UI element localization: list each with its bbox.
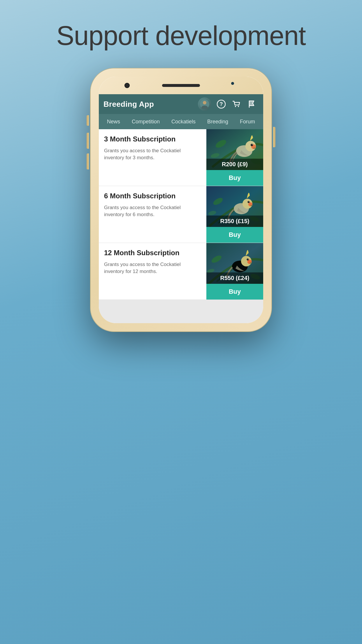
app-screen: Breeding App ? (99, 94, 263, 300)
header-icons: ? (198, 97, 259, 111)
nav-forum[interactable]: Forum (237, 116, 258, 127)
sub-image-block-2: R350 (£15) Buy (206, 186, 263, 243)
subscriptions-list: 3 Month Subscription Grants you access t… (99, 129, 263, 300)
svg-text:?: ? (220, 101, 223, 107)
price-3: R550 (£24) (206, 272, 263, 284)
flag-button[interactable] (245, 97, 259, 111)
page-title: Support development (56, 20, 306, 51)
nav-news[interactable]: News (104, 116, 123, 127)
nav-competition[interactable]: Competition (129, 116, 163, 127)
sub-desc-1: Grants you access to the Cockatiel inven… (104, 147, 201, 161)
subscription-card-3: 12 Month Subscription Grants you access … (99, 243, 263, 300)
svg-point-12 (252, 144, 252, 145)
subscription-card-2: 6 Month Subscription Grants you access t… (99, 186, 263, 243)
subscription-card-1: 3 Month Subscription Grants you access t… (99, 129, 263, 186)
sub-title-1: 3 Month Subscription (104, 135, 201, 143)
svg-point-30 (248, 259, 248, 260)
sub-title-3: 12 Month Subscription (104, 249, 201, 257)
volume-up-button (87, 133, 89, 149)
svg-point-20 (248, 201, 250, 203)
avatar[interactable] (198, 97, 211, 111)
power-button (273, 127, 275, 147)
svg-point-11 (251, 144, 253, 146)
sub-image-block-1: R200 (£9) Buy (206, 129, 263, 186)
phone-mockup: Breeding App ? (91, 69, 271, 331)
earpiece-speaker (162, 84, 200, 87)
svg-point-21 (249, 202, 249, 202)
phone-bottom-bar (99, 300, 263, 323)
volume-buttons (87, 115, 89, 169)
svg-point-29 (247, 258, 249, 260)
nav-breeding[interactable]: Breeding (204, 116, 231, 127)
help-button[interactable]: ? (214, 97, 228, 111)
svg-point-6 (238, 106, 239, 107)
cart-button[interactable] (229, 97, 243, 111)
nav-cockatiels[interactable]: Cockatiels (168, 116, 198, 127)
sub-image-3: R550 (£24) (206, 243, 263, 284)
buy-button-1[interactable]: Buy (206, 170, 263, 186)
sub-info-2: 6 Month Subscription Grants you access t… (99, 186, 206, 243)
buy-button-2[interactable]: Buy (206, 227, 263, 243)
sub-desc-3: Grants you access to the Cockatiel inven… (104, 261, 201, 275)
price-2: R350 (£15) (206, 216, 263, 227)
sub-desc-2: Grants you access to the Cockatiel inven… (104, 204, 201, 218)
silent-button (87, 115, 89, 126)
svg-point-5 (235, 106, 236, 107)
phone-top-bar (99, 77, 263, 94)
app-title: Breeding App (103, 100, 154, 109)
sub-info-3: 12 Month Subscription Grants you access … (99, 243, 206, 300)
sub-title-2: 6 Month Subscription (104, 192, 201, 200)
phone-screen: Breeding App ? (99, 77, 263, 323)
sub-image-2: R350 (£15) (206, 186, 263, 227)
sub-info-1: 3 Month Subscription Grants you access t… (99, 129, 206, 186)
svg-point-1 (203, 101, 206, 104)
price-1: R200 (£9) (206, 159, 263, 170)
proximity-sensor (231, 82, 234, 85)
front-camera (124, 83, 130, 88)
app-nav: News Competition Cockatiels Breeding For… (99, 114, 263, 129)
app-header: Breeding App ? (99, 94, 263, 114)
buy-button-3[interactable]: Buy (206, 284, 263, 300)
volume-down-button (87, 153, 89, 169)
sub-image-block-3: R550 (£24) Buy (206, 243, 263, 300)
sub-image-1: R200 (£9) (206, 129, 263, 170)
